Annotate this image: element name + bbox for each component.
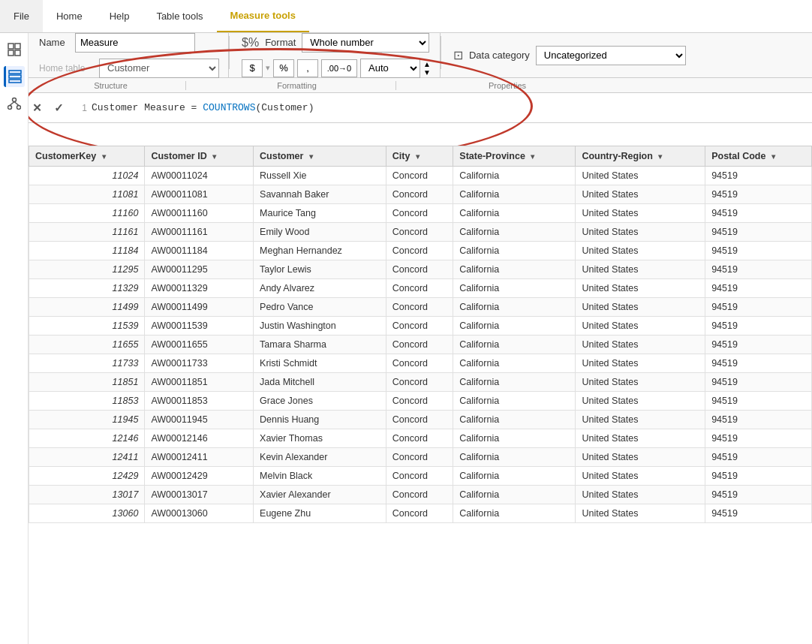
col-header-customerid[interactable]: Customer ID ▾ [145, 146, 254, 167]
cell-city: Concord [386, 260, 453, 279]
cell-city: Concord [386, 242, 453, 260]
cell-countryregion: United States [576, 354, 705, 373]
auto-select[interactable]: Auto [360, 59, 420, 78]
cell-customerkey: 12429 [29, 467, 145, 486]
cell-postalcode: 94519 [705, 354, 812, 373]
table-row[interactable]: 12411AW00012411Kevin AlexanderConcordCal… [29, 448, 812, 467]
cell-customerid: AW00011945 [145, 411, 254, 429]
cell-customerkey: 13017 [29, 486, 145, 504]
cell-postalcode: 94519 [705, 185, 812, 204]
stateprovince-filter-icon[interactable]: ▾ [531, 152, 534, 161]
col-header-postalcode[interactable]: Postal Code ▾ [705, 146, 812, 167]
ribbon-datacategory-section: ⊡ Data category Uncategorized [441, 33, 695, 77]
cell-customer: Russell Xie [254, 167, 386, 185]
datacategory-select[interactable]: Uncategorized [536, 46, 686, 65]
city-filter-icon[interactable]: ▾ [416, 152, 420, 161]
cell-stateprovince: California [453, 373, 576, 392]
cell-city: Concord [386, 411, 453, 429]
svg-rect-0 [8, 44, 14, 49]
menu-home[interactable]: Home [43, 0, 96, 32]
cell-stateprovince: California [453, 411, 576, 429]
cell-customerid: AW00013017 [145, 486, 254, 504]
menu-bar: File Home Help Table tools Measure tools [0, 0, 812, 33]
cell-countryregion: United States [576, 279, 705, 298]
cell-postalcode: 94519 [705, 260, 812, 279]
table-row[interactable]: 11161AW00011161Emily WoodConcordCaliforn… [29, 223, 812, 242]
cell-customerkey: 11945 [29, 411, 145, 429]
formula-cancel-button[interactable]: ✕ [29, 100, 46, 116]
menu-help[interactable]: Help [96, 0, 143, 32]
format-label: Format [265, 37, 296, 48]
percent-button[interactable]: % [273, 59, 294, 77]
cell-customer: Melvin Black [254, 467, 386, 486]
table-row[interactable]: 11160AW00011160Maurice TangConcordCalifo… [29, 204, 812, 223]
customerid-filter-icon[interactable]: ▾ [212, 152, 216, 161]
sidebar [0, 33, 29, 644]
menu-measuretools[interactable]: Measure tools [217, 0, 309, 32]
menu-file[interactable]: File [0, 0, 43, 32]
table-row[interactable]: 11184AW00011184Meghan HernandezConcordCa… [29, 242, 812, 260]
cell-stateprovince: California [453, 467, 576, 486]
format-select[interactable]: Whole number [302, 33, 429, 53]
customer-filter-icon[interactable]: ▾ [309, 152, 313, 161]
menu-tabletools[interactable]: Table tools [143, 0, 216, 32]
postalcode-filter-icon[interactable]: ▾ [771, 152, 775, 161]
cell-countryregion: United States [576, 223, 705, 242]
col-header-stateprovince[interactable]: State-Province ▾ [453, 146, 576, 167]
table-row[interactable]: 11295AW00011295Taylor LewisConcordCalifo… [29, 260, 812, 279]
ribbon-labels: Structure Formatting Properties [0, 78, 812, 93]
cell-customerid: AW00011295 [145, 260, 254, 279]
cell-customerkey: 11853 [29, 392, 145, 411]
cell-customerkey: 12411 [29, 448, 145, 467]
cell-stateprovince: California [453, 260, 576, 279]
cell-stateprovince: California [453, 317, 576, 336]
sidebar-model-icon[interactable] [4, 93, 25, 114]
cell-stateprovince: California [453, 204, 576, 223]
table-row[interactable]: 11853AW00011853Grace JonesConcordCalifor… [29, 392, 812, 411]
cell-postalcode: 94519 [705, 373, 812, 392]
formula-line-number: 1 [72, 103, 87, 113]
table-row[interactable]: 11655AW00011655Tamara SharmaConcordCalif… [29, 336, 812, 354]
cell-customerid: AW00011161 [145, 223, 254, 242]
table-row[interactable]: 13017AW00013017Xavier AlexanderConcordCa… [29, 486, 812, 504]
col-header-customer[interactable]: Customer ▾ [254, 146, 386, 167]
col-header-countryregion[interactable]: Country-Region ▾ [576, 146, 705, 167]
cell-countryregion: United States [576, 429, 705, 448]
cell-stateprovince: California [453, 392, 576, 411]
table-row[interactable]: 11539AW00011539Justin WashingtonConcordC… [29, 317, 812, 336]
cell-stateprovince: California [453, 242, 576, 260]
cell-customer: Pedro Vance [254, 298, 386, 317]
structure-label: Structure [36, 81, 186, 90]
cell-postalcode: 94519 [705, 504, 812, 523]
sidebar-report-icon[interactable] [4, 39, 25, 60]
cell-customerid: AW00013060 [145, 504, 254, 523]
table-row[interactable]: 12429AW00012429Melvin BlackConcordCalifo… [29, 467, 812, 486]
ribbon-format-section: $% Format Whole number $ ▾ % , .00→0 Aut… [230, 33, 441, 77]
sidebar-data-icon[interactable] [4, 66, 25, 87]
table-row[interactable]: 11024AW00011024Russell XieConcordCalifor… [29, 167, 812, 185]
dollar-button[interactable]: $ [242, 59, 263, 77]
table-row[interactable]: 11329AW00011329Andy AlvarezConcordCalifo… [29, 279, 812, 298]
table-row[interactable]: 12146AW00012146Xavier ThomasConcordCalif… [29, 429, 812, 448]
comma-button[interactable]: , [297, 59, 318, 77]
svg-point-7 [12, 98, 16, 102]
col-header-customerkey[interactable]: CustomerKey ▾ [29, 146, 145, 167]
countryregion-filter-icon[interactable]: ▾ [658, 152, 662, 161]
cell-customerid: AW00011024 [145, 167, 254, 185]
table-row[interactable]: 11851AW00011851Jada MitchellConcordCalif… [29, 373, 812, 392]
customerkey-filter-icon[interactable]: ▾ [102, 152, 106, 161]
cell-city: Concord [386, 279, 453, 298]
table-row[interactable]: 11081AW00011081Savannah BakerConcordCali… [29, 185, 812, 204]
cell-countryregion: United States [576, 373, 705, 392]
hometable-select[interactable]: Customer [99, 59, 219, 78]
decimal-button[interactable]: .00→0 [321, 59, 357, 77]
col-header-city[interactable]: City ▾ [386, 146, 453, 167]
svg-point-9 [17, 106, 20, 110]
table-row[interactable]: 11499AW00011499Pedro VanceConcordCalifor… [29, 298, 812, 317]
formula-confirm-button[interactable]: ✓ [50, 100, 68, 116]
table-row[interactable]: 13060AW00013060Eugene ZhuConcordCaliforn… [29, 504, 812, 523]
name-input[interactable] [75, 33, 195, 53]
table-row[interactable]: 11945AW00011945Dennis HuangConcordCalifo… [29, 411, 812, 429]
cell-customer: Kevin Alexander [254, 448, 386, 467]
table-row[interactable]: 11733AW00011733Kristi SchmidtConcordCali… [29, 354, 812, 373]
